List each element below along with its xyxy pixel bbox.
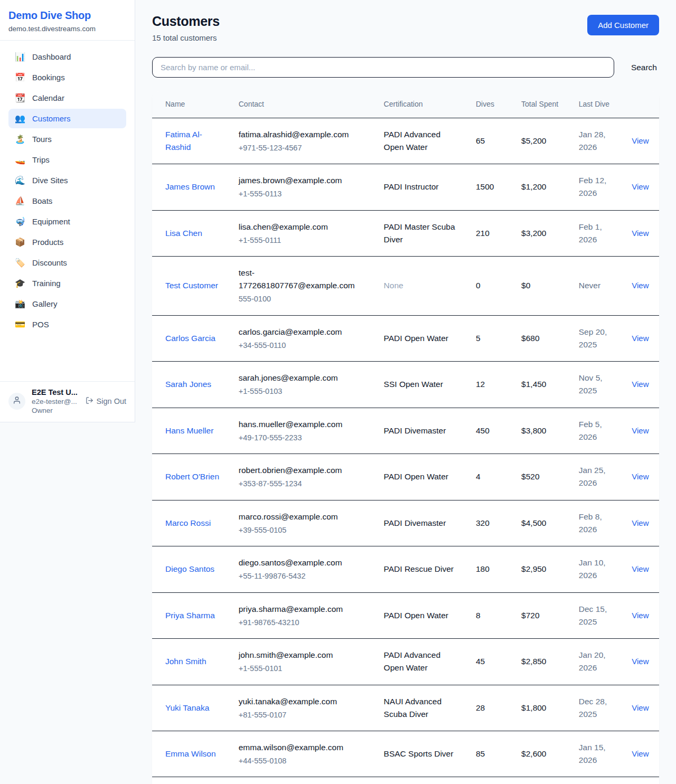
customer-name-link[interactable]: Hans Mueller <box>165 426 213 435</box>
view-link[interactable]: View <box>632 281 649 290</box>
customer-certification: PADI Open Water <box>377 315 468 361</box>
brand-domain: demo.test.divestreams.com <box>8 25 126 33</box>
customer-total-spent: $3,800 <box>514 408 571 454</box>
sidebar-item-discounts[interactable]: 🏷️Discounts <box>8 253 126 272</box>
customer-phone: +1-555-0113 <box>239 188 369 200</box>
page-title: Customers <box>152 14 220 29</box>
customer-total-spent: $5,200 <box>514 118 571 164</box>
sign-out-button[interactable]: Sign Out <box>86 396 126 406</box>
customer-email: priya.sharma@example.com <box>239 603 369 616</box>
customer-last-dive: Jan 15, 2026 <box>571 731 625 777</box>
view-link[interactable]: View <box>632 182 649 191</box>
customer-name-link[interactable]: Diego Santos <box>165 564 214 573</box>
customer-dives: 180 <box>468 546 514 592</box>
customer-last-dive: Feb 1, 2026 <box>571 210 625 256</box>
view-link[interactable]: View <box>632 564 649 573</box>
sidebar-item-products[interactable]: 📦Products <box>8 232 126 252</box>
customer-last-dive: Sep 20, 2025 <box>571 315 625 361</box>
view-link[interactable]: View <box>632 136 649 145</box>
customer-email: marco.rossi@example.com <box>239 511 369 523</box>
user-role: Owner <box>32 407 79 414</box>
customer-phone: +91-98765-43210 <box>239 617 369 628</box>
view-link[interactable]: View <box>632 518 649 527</box>
customer-name-link[interactable]: Yuki Tanaka <box>165 703 209 712</box>
view-link[interactable]: View <box>632 611 649 620</box>
customer-certification: PADI Divemaster <box>377 408 468 454</box>
customer-name-link[interactable]: Marco Rossi <box>165 518 211 527</box>
add-customer-button[interactable]: Add Customer <box>587 15 659 35</box>
sidebar-item-boats[interactable]: ⛵Boats <box>8 191 126 211</box>
view-link[interactable]: View <box>632 334 649 343</box>
sidebar-item-customers[interactable]: 👥Customers <box>8 109 126 128</box>
column-header-last-dive: Last Dive <box>571 91 625 118</box>
customer-name-link[interactable]: Fatima Al-Rashid <box>165 130 202 152</box>
customer-last-dive: Feb 5, 2026 <box>571 408 625 454</box>
credit-card-icon: 💳 <box>15 319 25 329</box>
speedboat-icon: 🚤 <box>15 155 25 165</box>
sidebar-item-dashboard[interactable]: 📊Dashboard <box>8 47 126 67</box>
camera-icon: 📸 <box>15 299 25 309</box>
customer-last-dive: Feb 10, 2026 <box>571 777 625 784</box>
customer-total-spent: $1,800 <box>514 685 571 731</box>
brand-block: Demo Dive Shop demo.test.divestreams.com <box>0 0 135 41</box>
customer-name-link[interactable]: Lisa Chen <box>165 229 202 238</box>
sidebar-item-dive-sites[interactable]: 🌊Dive Sites <box>8 171 126 190</box>
customer-last-dive: Dec 15, 2025 <box>571 592 625 638</box>
customer-certification: PADI Master Scuba Diver <box>377 210 468 256</box>
sidebar-item-tours[interactable]: 🏝️Tours <box>8 129 126 149</box>
sidebar-item-bookings[interactable]: 📅Bookings <box>8 68 126 87</box>
sidebar-item-label: Boats <box>32 196 52 205</box>
sidebar-item-gallery[interactable]: 📸Gallery <box>8 294 126 314</box>
customer-name-link[interactable]: John Smith <box>165 657 206 666</box>
customers-table-card: NameContactCertificationDivesTotal Spent… <box>152 91 659 784</box>
view-link[interactable]: View <box>632 749 649 758</box>
customer-certification: PADI Divemaster <box>377 500 468 546</box>
sidebar-item-trips[interactable]: 🚤Trips <box>8 150 126 169</box>
customer-certification: PADI Advanced Open Water <box>377 639 468 685</box>
sidebar-item-equipment[interactable]: 🤿Equipment <box>8 212 126 231</box>
view-link[interactable]: View <box>632 229 649 238</box>
view-link[interactable]: View <box>632 657 649 666</box>
customer-name-link[interactable]: Robert O'Brien <box>165 472 219 481</box>
customer-last-dive: Jan 20, 2026 <box>571 639 625 685</box>
customer-last-dive: Feb 8, 2026 <box>571 500 625 546</box>
customer-name-link[interactable]: Test Customer <box>165 281 218 290</box>
customer-total-spent: $0 <box>514 257 571 316</box>
customer-name-link[interactable]: Sarah Jones <box>165 380 211 389</box>
search-input[interactable] <box>152 57 614 78</box>
avatar <box>8 393 25 410</box>
customer-name-link[interactable]: Priya Sharma <box>165 611 215 620</box>
sidebar-item-training[interactable]: 🎓Training <box>8 273 126 293</box>
sidebar-item-pos[interactable]: 💳POS <box>8 315 126 334</box>
diving-mask-icon: 🤿 <box>15 216 25 226</box>
customer-email: john.smith@example.com <box>239 649 369 662</box>
table-header-row: NameContactCertificationDivesTotal Spent… <box>152 91 659 118</box>
sidebar-item-calendar[interactable]: 📆Calendar <box>8 88 126 108</box>
sidebar-nav: 📊Dashboard📅Bookings📆Calendar👥Customers🏝️… <box>0 41 135 341</box>
customer-name-link[interactable]: James Brown <box>165 182 215 191</box>
view-link[interactable]: View <box>632 426 649 435</box>
customer-total-spent: $4,500 <box>514 500 571 546</box>
main-content: Customers 15 total customers Add Custome… <box>135 0 676 784</box>
customer-dives: 320 <box>468 500 514 546</box>
customer-phone: +34-555-0110 <box>239 339 369 351</box>
customer-certification: PADI Advanced Open Water <box>377 777 468 784</box>
customer-phone: +1-555-0111 <box>239 234 369 246</box>
customer-name-link[interactable]: Emma Wilson <box>165 749 216 758</box>
table-row: Keiko Yamamotokeiko.yamamoto@example.com… <box>152 777 659 784</box>
search-button[interactable]: Search <box>629 60 659 75</box>
table-row: Priya Sharmapriya.sharma@example.com+91-… <box>152 592 659 638</box>
customer-name-link[interactable]: Carlos Garcia <box>165 334 215 343</box>
table-row: John Smithjohn.smith@example.com+1-555-0… <box>152 639 659 685</box>
customer-phone: +971-55-123-4567 <box>239 142 369 154</box>
view-link[interactable]: View <box>632 380 649 389</box>
sidebar-item-label: Customers <box>32 114 71 123</box>
customer-certification: BSAC Sports Diver <box>377 731 468 777</box>
customer-phone: +1-555-0101 <box>239 663 369 674</box>
customer-certification: PADI Rescue Diver <box>377 546 468 592</box>
view-link[interactable]: View <box>632 703 649 712</box>
view-link[interactable]: View <box>632 472 649 481</box>
tag-icon: 🏷️ <box>15 258 25 268</box>
table-row: James Brownjames.brown@example.com+1-555… <box>152 164 659 210</box>
customer-last-dive: Dec 28, 2025 <box>571 685 625 731</box>
